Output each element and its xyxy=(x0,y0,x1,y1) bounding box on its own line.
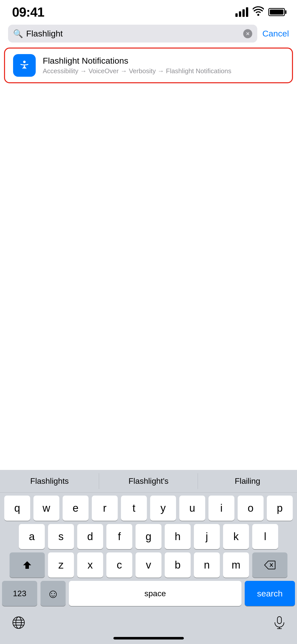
result-icon-wrapper xyxy=(13,54,36,77)
result-item[interactable]: Flashlight Notifications Accessibility →… xyxy=(4,48,293,83)
status-icons xyxy=(235,6,285,18)
mic-icon[interactable] xyxy=(274,616,285,632)
search-input[interactable] xyxy=(26,29,240,38)
svg-rect-5 xyxy=(277,617,281,624)
search-bar-container: 🔍 × Cancel xyxy=(0,22,297,47)
autocomplete-flashlights[interactable]: Flashlights xyxy=(0,470,99,492)
key-row-3: z x c v b n m xyxy=(2,552,295,578)
key-t[interactable]: t xyxy=(121,496,147,521)
home-indicator xyxy=(113,637,184,639)
key-b[interactable]: b xyxy=(165,552,191,578)
key-h[interactable]: h xyxy=(165,524,191,549)
key-c[interactable]: c xyxy=(106,552,132,578)
status-bar: 09:41 xyxy=(0,0,297,22)
key-x[interactable]: x xyxy=(77,552,103,578)
keyboard-rows: q w e r t y u i o p a s d f g h j k l xyxy=(0,493,297,606)
key-row-1: q w e r t y u i o p xyxy=(2,496,295,521)
key-row-4: 123 ☺ space search xyxy=(2,581,295,606)
key-k[interactable]: k xyxy=(223,524,249,549)
key-j[interactable]: j xyxy=(194,524,220,549)
result-text: Flashlight Notifications Accessibility →… xyxy=(43,56,284,75)
result-title: Flashlight Notifications xyxy=(43,56,284,66)
key-d[interactable]: d xyxy=(77,524,103,549)
key-q[interactable]: q xyxy=(4,496,30,521)
key-n[interactable]: n xyxy=(194,552,220,578)
key-e[interactable]: e xyxy=(63,496,89,521)
autocomplete-flailing[interactable]: Flailing xyxy=(198,470,297,492)
accessibility-icon xyxy=(17,58,32,73)
key-search[interactable]: search xyxy=(245,581,295,606)
delete-icon xyxy=(264,560,276,570)
key-s[interactable]: s xyxy=(48,524,74,549)
bottom-bar xyxy=(0,609,297,637)
keyboard-area: Flashlights Flashlight's Flailing q w e … xyxy=(0,470,297,644)
shift-icon xyxy=(22,560,32,570)
key-o[interactable]: o xyxy=(238,496,264,521)
cancel-button[interactable]: Cancel xyxy=(262,29,289,38)
result-breadcrumb: Accessibility → VoiceOver → Verbosity → … xyxy=(43,67,284,75)
key-m[interactable]: m xyxy=(223,552,249,578)
wifi-icon xyxy=(253,6,264,18)
autocomplete-bar: Flashlights Flashlight's Flailing xyxy=(0,470,297,493)
battery-icon xyxy=(268,8,285,16)
key-space[interactable]: space xyxy=(69,581,241,606)
key-u[interactable]: u xyxy=(179,496,205,521)
status-time: 09:41 xyxy=(12,5,44,20)
key-delete[interactable] xyxy=(252,552,287,578)
key-f[interactable]: f xyxy=(106,524,132,549)
key-v[interactable]: v xyxy=(136,552,161,578)
key-l[interactable]: l xyxy=(252,524,278,549)
key-p[interactable]: p xyxy=(267,496,293,521)
key-a[interactable]: a xyxy=(19,524,45,549)
autocomplete-flashlights-possessive[interactable]: Flashlight's xyxy=(99,470,198,492)
home-indicator-container xyxy=(0,637,297,644)
clear-button[interactable]: × xyxy=(243,29,252,38)
key-w[interactable]: w xyxy=(33,496,59,521)
key-row-2: a s d f g h j k l xyxy=(2,524,295,549)
key-shift[interactable] xyxy=(10,552,45,578)
key-i[interactable]: i xyxy=(208,496,234,521)
key-y[interactable]: y xyxy=(150,496,176,521)
key-emoji[interactable]: ☺ xyxy=(40,581,66,606)
key-r[interactable]: r xyxy=(92,496,118,521)
key-numbers[interactable]: 123 xyxy=(2,581,37,606)
svg-point-1 xyxy=(23,61,26,63)
search-results: Flashlight Notifications Accessibility →… xyxy=(0,48,297,83)
globe-icon[interactable] xyxy=(12,616,25,632)
signal-icon xyxy=(235,7,248,17)
search-input-wrapper[interactable]: 🔍 × xyxy=(8,25,257,43)
key-z[interactable]: z xyxy=(48,552,74,578)
key-g[interactable]: g xyxy=(136,524,161,549)
search-icon: 🔍 xyxy=(13,29,23,38)
